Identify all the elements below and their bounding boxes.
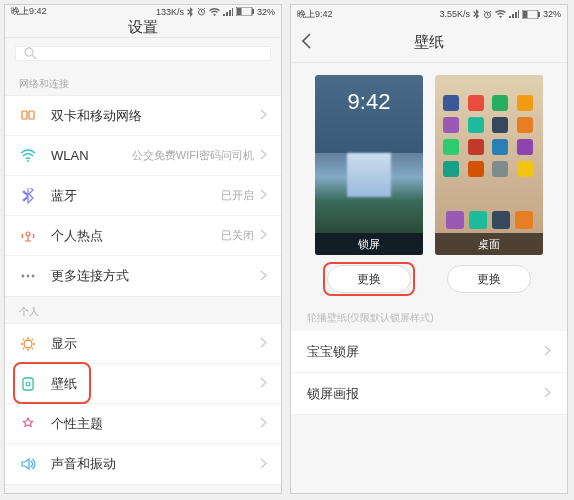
dock-icon [492, 211, 510, 229]
status-bar: 晚上9:42 3.55K/s 32% [291, 5, 567, 23]
chevron-right-icon [544, 344, 551, 359]
svg-point-8 [27, 160, 29, 162]
change-lock-button[interactable]: 更换 [327, 265, 411, 293]
lock-label: 锁屏 [315, 233, 423, 255]
bluetooth-icon [187, 7, 194, 17]
wifi-icon [495, 10, 506, 18]
app-icon [443, 161, 459, 177]
svg-point-11 [27, 275, 30, 278]
app-icon [492, 139, 508, 155]
svg-rect-14 [23, 378, 33, 390]
app-icon [468, 117, 484, 133]
chevron-right-icon [260, 416, 267, 431]
row-icon [19, 375, 37, 393]
chevron-right-icon [260, 108, 267, 123]
row-icon [19, 267, 37, 285]
svg-rect-6 [22, 111, 27, 119]
search-input[interactable] [15, 46, 271, 61]
svg-point-10 [22, 275, 25, 278]
change-label: 更换 [357, 271, 381, 288]
carousel-row[interactable]: 锁屏画报 [291, 373, 567, 415]
settings-row[interactable]: 壁纸 [5, 364, 281, 404]
back-button[interactable] [301, 33, 311, 53]
settings-screen: 晚上9:42 133K/s 32% 设置 网络和连接 双卡和移动网络WLAN公交… [4, 4, 282, 494]
svg-rect-18 [523, 11, 528, 18]
settings-row[interactable]: 个人热点已关闭 [5, 216, 281, 256]
app-icon [443, 117, 459, 133]
row-label: WLAN [51, 148, 132, 163]
personal-list: 显示壁纸个性主题声音和振动 [5, 323, 281, 485]
row-icon [19, 107, 37, 125]
network-list: 双卡和移动网络WLAN公交免费WIFI密码问司机蓝牙已开启个人热点已关闭更多连接… [5, 95, 281, 297]
app-icon [468, 95, 484, 111]
alarm-icon [197, 7, 206, 16]
app-icon [492, 117, 508, 133]
status-right: 3.55K/s 32% [439, 9, 561, 19]
row-label: 锁屏画报 [307, 385, 359, 403]
battery-icon [522, 10, 540, 19]
app-icon [492, 95, 508, 111]
settings-row[interactable]: 个性主题 [5, 404, 281, 444]
svg-rect-2 [237, 8, 242, 15]
homescreen-thumb[interactable]: 桌面 [435, 75, 543, 255]
app-icon [517, 161, 533, 177]
chevron-right-icon [260, 269, 267, 284]
row-label: 更多连接方式 [51, 267, 260, 285]
row-label: 显示 [51, 335, 260, 353]
status-bar: 晚上9:42 133K/s 32% [5, 5, 281, 18]
signal-icon [223, 8, 233, 16]
settings-row[interactable]: 蓝牙已开启 [5, 176, 281, 216]
waterfall-image [315, 153, 423, 233]
app-icon [468, 139, 484, 155]
dock-icon [515, 211, 533, 229]
home-label: 桌面 [435, 233, 543, 255]
net-speed: 133K/s [156, 7, 184, 17]
chevron-left-icon [301, 33, 311, 49]
svg-point-12 [32, 275, 35, 278]
app-icon [468, 161, 484, 177]
settings-row[interactable]: 显示 [5, 324, 281, 364]
svg-line-5 [32, 55, 36, 59]
status-time: 晚上9:42 [11, 5, 47, 18]
carousel-section-label: 轮播壁纸(仅限默认锁屏样式) [291, 297, 567, 331]
page-title: 壁纸 [414, 33, 444, 52]
status-right: 133K/s 32% [156, 7, 275, 17]
row-icon [19, 455, 37, 473]
carousel-row[interactable]: 宝宝锁屏 [291, 331, 567, 373]
row-icon [19, 147, 37, 165]
lockscreen-thumb[interactable]: 9:42 锁屏 [315, 75, 423, 255]
app-icon [443, 95, 459, 111]
app-icon [517, 95, 533, 111]
svg-point-15 [26, 382, 30, 386]
settings-row[interactable]: WLAN公交免费WIFI密码问司机 [5, 136, 281, 176]
wallpaper-screen: 晚上9:42 3.55K/s 32% 壁纸 9:42 锁屏 更换 [290, 4, 568, 494]
row-value: 已开启 [221, 188, 254, 203]
change-label: 更换 [477, 271, 501, 288]
section-system-label: 系统和设备 [5, 485, 281, 494]
dock-icon [446, 211, 464, 229]
row-label: 声音和振动 [51, 455, 260, 473]
change-home-button[interactable]: 更换 [447, 265, 531, 293]
settings-row[interactable]: 声音和振动 [5, 444, 281, 484]
row-label: 宝宝锁屏 [307, 343, 359, 361]
row-value: 已关闭 [221, 228, 254, 243]
dock [443, 211, 535, 229]
bluetooth-icon [473, 9, 480, 19]
row-label: 双卡和移动网络 [51, 107, 260, 125]
section-network-label: 网络和连接 [5, 69, 281, 95]
chevron-right-icon [260, 457, 267, 472]
chevron-right-icon [260, 188, 267, 203]
svg-point-13 [24, 340, 32, 348]
search-icon [24, 47, 37, 60]
row-value: 公交免费WIFI密码问司机 [132, 148, 254, 163]
row-label: 蓝牙 [51, 187, 221, 205]
header: 壁纸 [291, 23, 567, 63]
row-label: 壁纸 [51, 375, 260, 393]
wallpaper-previews: 9:42 锁屏 更换 桌面 更换 [291, 63, 567, 297]
battery-icon [236, 7, 254, 16]
settings-row[interactable]: 双卡和移动网络 [5, 96, 281, 136]
svg-point-9 [26, 232, 30, 236]
settings-row[interactable]: 更多连接方式 [5, 256, 281, 296]
lock-time: 9:42 [315, 89, 423, 115]
lockscreen-preview: 9:42 锁屏 更换 [315, 75, 423, 293]
